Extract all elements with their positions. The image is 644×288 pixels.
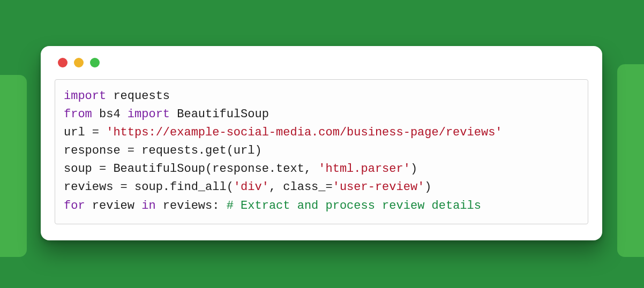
minimize-icon[interactable] <box>74 58 84 67</box>
code-token-cmt: # Extract and process review details <box>227 199 481 213</box>
code-line: for review in reviews: # Extract and pro… <box>64 197 579 215</box>
code-token-str: 'html.parser' <box>318 162 410 176</box>
background-shape-left <box>0 75 27 257</box>
code-token-def: review <box>85 199 142 213</box>
code-line: reviews = soup.find_all('div', class_='u… <box>64 178 579 196</box>
code-token-def: reviews = soup.find_all( <box>64 180 234 194</box>
code-token-str: 'div' <box>234 180 269 194</box>
code-token-str: 'user-review' <box>333 180 425 194</box>
code-line: url = 'https://example-social-media.com/… <box>64 124 579 142</box>
code-window: import requestsfrom bs4 import Beautiful… <box>41 46 602 240</box>
close-icon[interactable] <box>58 58 68 67</box>
window-traffic-lights <box>58 58 588 67</box>
code-token-def: response = requests.get(url) <box>64 144 262 157</box>
maximize-icon[interactable] <box>90 58 100 67</box>
code-token-kw: import <box>128 108 170 121</box>
code-block: import requestsfrom bs4 import Beautiful… <box>55 79 588 224</box>
code-token-def: bs4 <box>92 108 128 121</box>
code-token-def: soup = BeautifulSoup(response.text, <box>64 162 318 176</box>
code-token-kw: import <box>64 89 106 103</box>
code-token-def: requests <box>106 89 170 103</box>
code-token-def: BeautifulSoup <box>170 108 269 121</box>
code-token-def: reviews: <box>156 199 227 213</box>
code-token-def: ) <box>410 162 417 176</box>
code-token-kw: for <box>64 199 85 213</box>
code-token-kw: from <box>64 108 92 121</box>
code-line: soup = BeautifulSoup(response.text, 'htm… <box>64 160 579 178</box>
code-line: import requests <box>64 87 579 105</box>
code-token-def: , class_= <box>269 180 333 194</box>
code-token-kw: in <box>141 199 155 213</box>
code-token-def: ) <box>424 180 431 194</box>
code-line: from bs4 import BeautifulSoup <box>64 105 579 124</box>
code-token-str: 'https://example-social-media.com/busine… <box>106 126 502 139</box>
code-line: response = requests.get(url) <box>64 142 579 160</box>
background-shape-right <box>617 64 644 257</box>
code-token-def: url = <box>64 126 106 139</box>
